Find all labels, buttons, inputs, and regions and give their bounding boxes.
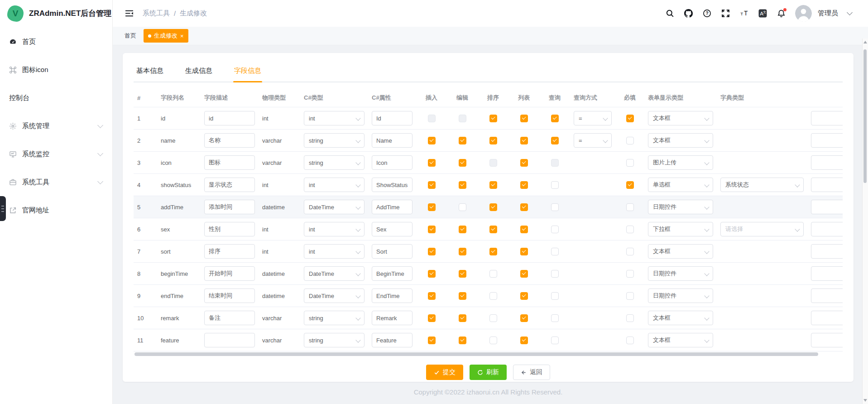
query-checkbox[interactable] [551, 115, 559, 122]
insert-checkbox[interactable] [428, 181, 436, 189]
insert-checkbox[interactable] [428, 159, 436, 167]
list-checkbox[interactable] [520, 181, 528, 189]
sidebar-item-console[interactable]: 控制台 [0, 84, 112, 112]
sort-checkbox[interactable] [489, 337, 497, 344]
sort-checkbox[interactable] [489, 248, 497, 255]
required-checkbox[interactable] [626, 159, 634, 167]
list-checkbox[interactable] [520, 137, 528, 144]
required-checkbox[interactable] [626, 314, 634, 322]
fullscreen-icon[interactable] [721, 9, 730, 18]
csharp-property-input[interactable] [372, 222, 412, 236]
chevron-down-icon[interactable] [847, 10, 853, 15]
tab-generate-info[interactable]: 生成信息 [184, 63, 213, 82]
insert-checkbox[interactable] [428, 226, 436, 233]
query-checkbox[interactable] [551, 337, 559, 344]
extra-input[interactable] [811, 155, 843, 170]
csharp-type-select[interactable]: int [304, 222, 364, 236]
edit-checkbox[interactable] [459, 292, 466, 300]
sidebar-item-system-monitor[interactable]: 系统监控 [0, 140, 112, 168]
query-checkbox[interactable] [551, 314, 559, 322]
dict-type-select[interactable]: 系统状态 [720, 178, 804, 192]
csharp-property-input[interactable] [372, 111, 412, 125]
description-input[interactable] [204, 289, 255, 303]
required-checkbox[interactable] [626, 292, 634, 300]
extra-input[interactable] [811, 222, 843, 236]
github-icon[interactable] [684, 9, 693, 18]
query-checkbox[interactable] [551, 270, 559, 278]
csharp-property-input[interactable] [372, 178, 412, 192]
tag-generate-edit[interactable]: 生成修改 × [144, 29, 188, 43]
list-checkbox[interactable] [520, 292, 528, 300]
translate-icon[interactable]: A文 [758, 9, 767, 18]
font-size-icon[interactable]: TT [739, 9, 748, 18]
description-input[interactable] [204, 133, 255, 148]
edit-checkbox[interactable] [459, 181, 466, 189]
edit-checkbox[interactable] [459, 137, 466, 144]
query-checkbox[interactable] [551, 203, 559, 211]
extra-input[interactable] [811, 266, 843, 281]
edit-checkbox[interactable] [459, 226, 466, 233]
csharp-property-input[interactable] [372, 333, 412, 347]
required-checkbox[interactable] [626, 248, 634, 255]
tab-field-info[interactable]: 字段信息 [233, 63, 262, 82]
display-type-select[interactable]: 文本框 [648, 333, 713, 347]
display-type-select[interactable]: 图片上传 [648, 155, 713, 170]
required-checkbox[interactable] [626, 181, 634, 189]
display-type-select[interactable]: 文本框 [648, 311, 713, 325]
csharp-type-select[interactable]: int [304, 244, 364, 259]
sort-checkbox[interactable] [489, 137, 497, 144]
extra-input[interactable] [811, 333, 843, 347]
sidebar-item-home[interactable]: 首页 [0, 28, 112, 56]
query-checkbox[interactable] [551, 226, 559, 233]
csharp-type-select[interactable]: DateTime [304, 266, 364, 281]
display-type-select[interactable]: 日期控件 [648, 289, 713, 303]
display-type-select[interactable]: 文本框 [648, 133, 713, 148]
csharp-property-input[interactable] [372, 133, 412, 148]
description-input[interactable] [204, 333, 255, 347]
display-type-select[interactable]: 单选框 [648, 178, 713, 192]
extra-input[interactable] [811, 111, 843, 125]
sort-checkbox[interactable] [489, 292, 497, 300]
csharp-property-input[interactable] [372, 200, 412, 214]
extra-input[interactable] [811, 289, 843, 303]
dict-type-select[interactable]: 请选择 [720, 222, 804, 236]
description-input[interactable] [204, 200, 255, 214]
refresh-button[interactable]: 刷新 [470, 365, 507, 380]
query-checkbox[interactable] [551, 292, 559, 300]
sidebar-item-system-management[interactable]: 系统管理 [0, 112, 112, 140]
list-checkbox[interactable] [520, 270, 528, 278]
display-type-select[interactable]: 文本框 [648, 111, 713, 125]
sidebar-item-icons[interactable]: 图标icon [0, 56, 112, 84]
edit-checkbox[interactable] [459, 159, 466, 167]
extra-input[interactable] [811, 133, 843, 148]
description-input[interactable] [204, 111, 255, 125]
notification-bell-icon[interactable] [777, 9, 786, 18]
sort-checkbox[interactable] [489, 203, 497, 211]
insert-checkbox[interactable] [428, 337, 436, 344]
insert-checkbox[interactable] [428, 314, 436, 322]
sidebar-item-system-tools[interactable]: 系统工具 [0, 168, 112, 196]
insert-checkbox[interactable] [428, 203, 436, 211]
display-type-select[interactable]: 日期控件 [648, 200, 713, 214]
csharp-type-select[interactable]: int [304, 178, 364, 192]
query-type-select[interactable]: = [574, 111, 612, 125]
extra-input[interactable] [811, 178, 843, 192]
edit-checkbox[interactable] [459, 248, 466, 255]
search-icon[interactable] [665, 9, 674, 18]
description-input[interactable] [204, 155, 255, 170]
edit-checkbox[interactable] [459, 314, 466, 322]
query-checkbox[interactable] [551, 137, 559, 144]
query-type-select[interactable]: = [574, 133, 612, 148]
query-checkbox[interactable] [551, 181, 559, 189]
sidebar-item-official-site[interactable]: 官网地址 [0, 196, 112, 224]
description-input[interactable] [204, 244, 255, 259]
extra-input[interactable] [811, 244, 843, 259]
settings-drawer-handle[interactable] [0, 196, 6, 221]
sort-checkbox[interactable] [489, 270, 497, 278]
horizontal-scrollbar-thumb[interactable] [134, 352, 818, 356]
list-checkbox[interactable] [520, 226, 528, 233]
csharp-property-input[interactable] [372, 311, 412, 325]
list-checkbox[interactable] [520, 203, 528, 211]
list-checkbox[interactable] [520, 337, 528, 344]
back-button[interactable]: 返回 [513, 365, 550, 380]
